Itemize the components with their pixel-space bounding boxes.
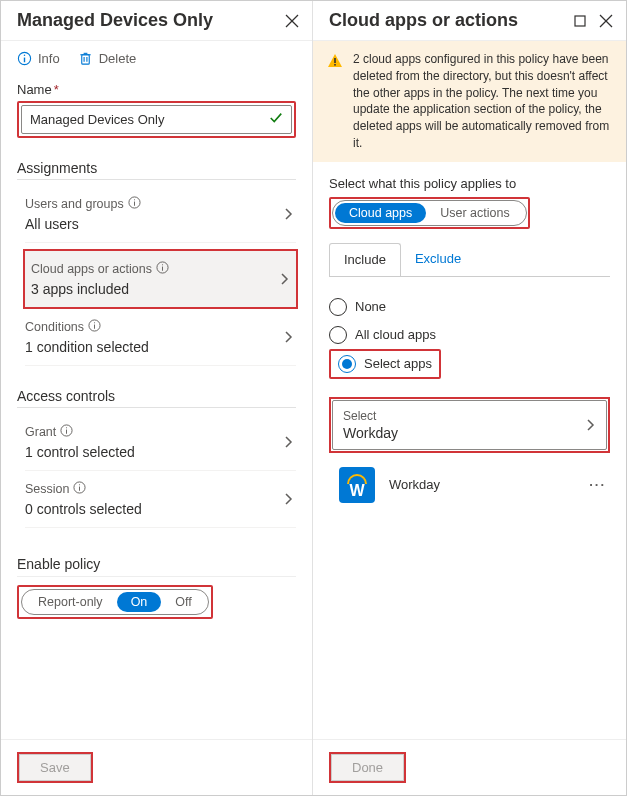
warning-icon	[327, 53, 343, 152]
radio-select-highlight: Select apps	[329, 349, 441, 379]
chevron-right-icon	[284, 329, 294, 345]
maximize-icon[interactable]	[572, 13, 588, 29]
warning-banner: 2 cloud apps configured in this policy h…	[313, 41, 626, 162]
include-exclude-tabs: Include Exclude	[329, 243, 610, 276]
delete-label: Delete	[99, 51, 137, 66]
tab-body-include: None All cloud apps Select apps Select W…	[329, 276, 610, 519]
radio-all-label: All cloud apps	[355, 327, 436, 342]
cloud-apps-value: 3 apps included	[31, 281, 169, 297]
delete-button[interactable]: Delete	[78, 51, 137, 66]
select-box-highlight: Select Workday	[329, 397, 610, 453]
select-box-value: Workday	[343, 425, 398, 441]
chevron-right-icon	[280, 271, 290, 287]
svg-point-18	[94, 322, 95, 323]
users-groups-label: Users and groups	[25, 196, 141, 212]
pill-cloud-apps[interactable]: Cloud apps	[335, 203, 426, 223]
right-footer: Done	[313, 739, 626, 795]
conditions-row[interactable]: Conditions 1 condition selected	[25, 309, 296, 366]
chevron-right-icon	[284, 206, 294, 222]
name-input[interactable]: Managed Devices Only	[21, 105, 292, 134]
session-row[interactable]: Session 0 controls selected	[25, 471, 296, 528]
right-panel-title: Cloud apps or actions	[329, 10, 518, 31]
info-icon[interactable]	[60, 424, 73, 440]
grant-label: Grant	[25, 424, 135, 440]
enable-policy-label: Enable policy	[17, 556, 296, 577]
radio-icon	[329, 298, 347, 316]
info-icon[interactable]	[73, 481, 86, 497]
session-label: Session	[25, 481, 142, 497]
name-highlight: Managed Devices Only	[17, 101, 296, 138]
name-input-value: Managed Devices Only	[30, 112, 164, 127]
info-button[interactable]: Info	[17, 51, 60, 66]
info-icon[interactable]	[128, 196, 141, 212]
app-row-workday: W Workday ···	[329, 453, 610, 503]
conditions-value: 1 condition selected	[25, 339, 149, 355]
cloud-apps-highlight: Cloud apps or actions 3 apps included	[23, 249, 298, 309]
name-field-label: Name*	[17, 82, 296, 97]
users-groups-row[interactable]: Users and groups All users	[25, 186, 296, 243]
pill-highlight: Cloud apps User actions	[329, 197, 530, 229]
toggle-off[interactable]: Off	[161, 592, 205, 612]
radio-icon-checked	[338, 355, 356, 373]
cloud-apps-row[interactable]: Cloud apps or actions 3 apps included	[25, 251, 296, 307]
toggle-on[interactable]: On	[117, 592, 162, 612]
left-footer: Save	[1, 739, 312, 795]
left-panel-title: Managed Devices Only	[17, 10, 213, 31]
chevron-right-icon	[586, 417, 596, 433]
right-panel-header: Cloud apps or actions	[313, 1, 626, 41]
warning-text: 2 cloud apps configured in this policy h…	[353, 51, 612, 152]
radio-all-cloud-apps[interactable]: All cloud apps	[329, 321, 610, 349]
assignments-header: Assignments	[17, 138, 296, 180]
close-icon[interactable]	[284, 13, 300, 29]
save-button[interactable]: Save	[19, 754, 91, 781]
radio-none-label: None	[355, 299, 386, 314]
svg-point-4	[24, 54, 26, 56]
select-what-label: Select what this policy applies to	[313, 162, 626, 197]
chevron-right-icon	[284, 434, 294, 450]
left-toolbar: Info Delete	[1, 41, 312, 76]
policy-applies-pills[interactable]: Cloud apps User actions	[332, 200, 527, 226]
users-groups-value: All users	[25, 216, 141, 232]
svg-point-24	[79, 484, 80, 485]
radio-none[interactable]: None	[329, 293, 610, 321]
svg-rect-25	[575, 16, 585, 26]
workday-app-icon: W	[339, 467, 375, 503]
close-icon[interactable]	[598, 13, 614, 29]
svg-rect-30	[334, 64, 336, 66]
enable-policy-toggle[interactable]: Report-only On Off	[21, 589, 209, 615]
access-controls-header: Access controls	[17, 366, 296, 408]
radio-icon	[329, 326, 347, 344]
left-panel: Managed Devices Only Info Delete Name* M…	[1, 1, 313, 795]
conditions-label: Conditions	[25, 319, 149, 335]
svg-point-21	[66, 427, 67, 428]
info-icon[interactable]	[156, 261, 169, 277]
tab-include[interactable]: Include	[329, 243, 401, 277]
app-name: Workday	[389, 477, 440, 492]
svg-rect-29	[334, 58, 336, 63]
svg-point-15	[162, 264, 163, 265]
info-label: Info	[38, 51, 60, 66]
left-panel-header: Managed Devices Only	[1, 1, 312, 41]
info-icon[interactable]	[88, 319, 101, 335]
valid-check-icon	[269, 111, 283, 128]
tab-exclude[interactable]: Exclude	[401, 243, 475, 276]
radio-select-label: Select apps	[364, 356, 432, 371]
cloud-apps-label: Cloud apps or actions	[31, 261, 169, 277]
chevron-right-icon	[284, 491, 294, 507]
done-button[interactable]: Done	[331, 754, 404, 781]
radio-select-apps[interactable]: Select apps	[332, 352, 438, 376]
pill-user-actions[interactable]: User actions	[426, 203, 523, 223]
svg-point-12	[134, 199, 135, 200]
select-apps-box[interactable]: Select Workday	[332, 400, 607, 450]
grant-value: 1 control selected	[25, 444, 135, 460]
select-box-label: Select	[343, 409, 398, 423]
grant-row[interactable]: Grant 1 control selected	[25, 414, 296, 471]
svg-rect-5	[81, 55, 89, 64]
app-more-icon[interactable]: ···	[589, 477, 606, 492]
right-panel: Cloud apps or actions 2 cloud apps confi…	[313, 1, 626, 795]
toggle-report-only[interactable]: Report-only	[24, 592, 117, 612]
session-value: 0 controls selected	[25, 501, 142, 517]
